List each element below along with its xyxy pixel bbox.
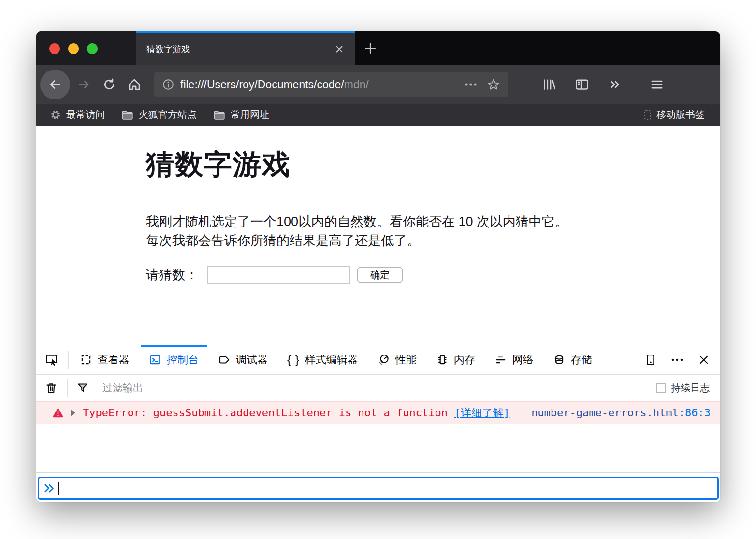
- clear-console-button[interactable]: [45, 382, 58, 394]
- tab-style-editor[interactable]: { } 样式编辑器: [279, 345, 366, 374]
- text-cursor: [58, 482, 59, 495]
- page-title: 猜数字游戏: [146, 149, 291, 180]
- console-output-area[interactable]: [36, 424, 720, 472]
- tab-memory[interactable]: 内存: [428, 345, 483, 374]
- devtools-panel: 查看器 控制台 调试器 { } 样式编辑器 性能 内存: [36, 345, 720, 502]
- debugger-icon: [218, 354, 231, 366]
- tab-title: 猜数字游戏: [146, 43, 190, 55]
- gear-icon: [50, 109, 61, 121]
- bookmark-folder-firefox-sites[interactable]: 火狐官方站点: [121, 108, 197, 121]
- persist-logs-label: 持续日志: [671, 382, 710, 395]
- persist-logs-checkbox[interactable]: [656, 383, 666, 393]
- intro-paragraph: 我刚才随机选定了一个100以内的自然数。看你能否在 10 次以内猜中它。每次我都…: [146, 213, 581, 250]
- devtools-toolbox-tabs: 查看器 控制台 调试器 { } 样式编辑器 性能 内存: [36, 345, 720, 375]
- close-window-button[interactable]: [49, 43, 60, 54]
- back-button[interactable]: [40, 70, 70, 99]
- network-icon: [494, 354, 507, 366]
- storage-icon: [553, 354, 566, 366]
- bookmark-label: 火狐官方站点: [139, 108, 197, 121]
- new-tab-button[interactable]: [361, 39, 379, 57]
- folder-icon: [121, 109, 134, 121]
- sidebar-button[interactable]: [575, 77, 589, 92]
- tab-inspector[interactable]: 查看器: [72, 345, 138, 374]
- learn-more-link[interactable]: [详细了解]: [454, 406, 510, 420]
- funnel-icon: [76, 382, 89, 394]
- bookmark-item-most-visited[interactable]: 最常访问: [50, 108, 105, 121]
- console-error-row[interactable]: TypeError: guessSubmit.addeventListener …: [36, 401, 720, 424]
- reload-button[interactable]: [102, 77, 116, 92]
- pick-element-button[interactable]: [45, 345, 58, 374]
- browser-tab[interactable]: 猜数字游戏: [136, 31, 355, 65]
- bookmark-star-icon[interactable]: [487, 78, 500, 91]
- responsive-mode-icon: [645, 353, 656, 367]
- persist-logs-toggle[interactable]: 持续日志: [656, 382, 710, 395]
- braces-icon: { }: [287, 353, 300, 367]
- guess-label: 请猜数：: [146, 266, 198, 284]
- console-input-area: [36, 472, 720, 502]
- console-filter-bar: 持续日志: [36, 375, 720, 401]
- menu-button[interactable]: [650, 77, 664, 92]
- filter-separator: [67, 379, 68, 397]
- console-prompt-icon: [44, 482, 56, 495]
- minimize-window-button[interactable]: [68, 43, 79, 54]
- devtools-meta-buttons: [645, 345, 710, 374]
- tab-storage[interactable]: 存储: [545, 345, 600, 374]
- toolbar-separator: [636, 75, 636, 94]
- bookmark-folder-common-sites[interactable]: 常用网址: [213, 108, 269, 121]
- tab-network[interactable]: 网络: [486, 345, 542, 374]
- guess-input[interactable]: [207, 266, 350, 284]
- close-icon: [698, 354, 710, 366]
- inspector-icon: [80, 354, 92, 366]
- home-button[interactable]: [127, 77, 142, 92]
- tab-debugger[interactable]: 调试器: [210, 345, 276, 374]
- library-button[interactable]: [542, 77, 556, 92]
- page-content: 猜数字游戏 我刚才随机选定了一个100以内的自然数。看你能否在 10 次以内猜中…: [36, 126, 720, 345]
- devtools-separator: [68, 351, 69, 369]
- guess-form: 请猜数： 确定: [146, 266, 403, 284]
- error-icon: [52, 407, 64, 419]
- phone-icon: [643, 109, 653, 121]
- filter-button[interactable]: [76, 382, 89, 394]
- folder-icon: [213, 109, 226, 121]
- memory-icon: [436, 354, 449, 366]
- bookmark-label: 常用网址: [231, 108, 269, 121]
- expand-error-caret-icon[interactable]: [71, 410, 75, 416]
- meatball-menu-icon: [670, 354, 684, 366]
- bookmark-label: 最常访问: [66, 108, 105, 121]
- url-text: file:///Users/roy/Documents/code/mdn/: [180, 78, 458, 91]
- traffic-lights: [49, 43, 98, 54]
- console-icon: [149, 354, 161, 366]
- tab-bar: 猜数字游戏: [36, 31, 720, 65]
- bookmark-item-mobile-bookmarks[interactable]: 移动版书签: [643, 108, 705, 121]
- forward-button[interactable]: [77, 77, 91, 92]
- error-message: TypeError: guessSubmit.addeventListener …: [83, 407, 448, 419]
- close-devtools-button[interactable]: [698, 354, 710, 366]
- submit-guess-button[interactable]: 确定: [357, 267, 403, 283]
- site-info-icon[interactable]: [162, 78, 174, 91]
- url-bar[interactable]: file:///Users/roy/Documents/code/mdn/: [154, 72, 508, 97]
- tab-console[interactable]: 控制台: [141, 345, 207, 374]
- bookmarks-toolbar: 最常访问 火狐官方站点 常用网址 移动版书签: [36, 104, 720, 126]
- zoom-window-button[interactable]: [87, 43, 98, 54]
- tab-performance[interactable]: 性能: [369, 345, 425, 374]
- performance-icon: [378, 354, 390, 366]
- filter-output-input[interactable]: [102, 382, 656, 394]
- devtools-options-button[interactable]: [670, 354, 684, 366]
- close-tab-icon[interactable]: [334, 44, 345, 55]
- back-arrow-icon: [47, 77, 63, 92]
- error-source-link[interactable]: number-game-errors.html:86:3: [531, 407, 711, 419]
- page-actions-icon[interactable]: [463, 78, 479, 91]
- navigation-toolbar: file:///Users/roy/Documents/code/mdn/: [36, 65, 720, 104]
- console-input[interactable]: [38, 477, 719, 500]
- responsive-design-mode-button[interactable]: [645, 353, 656, 367]
- bookmark-label: 移动版书签: [656, 108, 705, 121]
- overflow-chevrons-icon[interactable]: [608, 77, 622, 92]
- trash-icon: [45, 382, 58, 394]
- browser-window: 猜数字游戏 file:///Users/roy/Documents/code/m…: [36, 31, 720, 502]
